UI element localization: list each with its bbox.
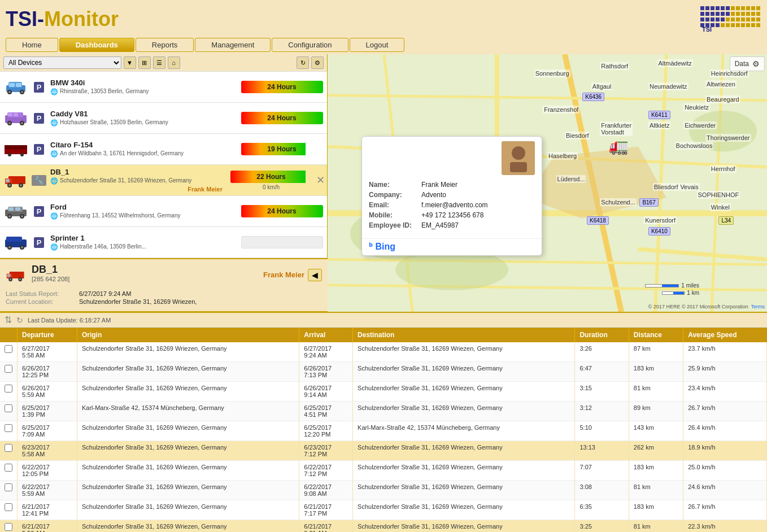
toolbar-btn-refresh[interactable]: ↻ [297, 56, 309, 69]
row-checkbox[interactable] [5, 503, 12, 511]
nav-dashboards[interactable]: Dashboards [59, 38, 134, 52]
road-k6436: K6436 [582, 93, 604, 101]
nav-configuration[interactable]: Configuration [272, 38, 348, 52]
row-checkbox[interactable] [5, 365, 12, 373]
device-info-citaro: Citaro F-154 🌐 An der Wildbahn 3, 16761 … [47, 134, 237, 164]
svg-point-75 [8, 184, 11, 186]
device-p-badge-db1: 🔧 [31, 165, 47, 195]
table-row[interactable]: 6/25/2017 7:09 AM Schulzendorfer Straße … [0, 421, 767, 441]
svg-rect-6 [726, 6, 730, 10]
svg-rect-47 [756, 23, 760, 27]
nav-home[interactable]: Home [6, 38, 58, 52]
device-info-bmw: BMW 340i 🌐 Rhinstraße, 13053 Berlin, Ger… [47, 72, 237, 102]
cell-origin: Schulzendorfer Straße 31, 16269 Wriezen,… [77, 421, 299, 441]
toolbar-btn-down[interactable]: ▼ [124, 56, 136, 69]
svg-rect-3 [711, 6, 714, 10]
cell-origin: Schulzendorfer Straße 31, 16269 Wriezen,… [77, 441, 299, 461]
svg-point-63 [21, 122, 23, 124]
row-checkbox[interactable] [5, 444, 12, 452]
map-truck-icon[interactable]: 🚛 [609, 137, 629, 155]
row-checkbox[interactable] [5, 385, 12, 393]
map-label-herrnhof: Herrnhof [710, 165, 737, 173]
table-row[interactable]: 6/22/2017 12:05 PM Schulzendorfer Straße… [0, 461, 767, 481]
row-checkbox[interactable] [5, 523, 12, 531]
cell-destination: Schulzendorfer Straße 31, 16269 Wriezen,… [353, 441, 575, 461]
toolbar-btn-list[interactable]: ☰ [153, 56, 165, 69]
cell-duration: 5:10 [575, 421, 629, 441]
device-row-bmw[interactable]: P BMW 340i 🌐 Rhinstraße, 13053 Berlin, G… [0, 72, 327, 103]
svg-line-108 [328, 259, 767, 264]
table-row[interactable]: 6/21/2017 5:56 AM Schulzendorfer Straße … [0, 520, 767, 533]
map-copyright: © 2017 HERE © 2017 Microsoft Corporation… [648, 304, 765, 309]
cell-avgspeed: 26.4 km/h [683, 421, 767, 441]
map-label-winkel: Winkel [710, 203, 731, 211]
device-row-caddy[interactable]: P Caddy V81 🌐 Holzhauser Straße, 13509 B… [0, 103, 327, 134]
svg-rect-86 [6, 237, 22, 242]
table-row[interactable]: 6/26/2017 12:25 PM Schulzendorfer Straße… [0, 362, 767, 382]
svg-rect-64 [8, 113, 12, 116]
svg-rect-46 [751, 23, 755, 27]
svg-text:TSI: TSI [702, 26, 712, 33]
map-label-neukietz: Neukietz [683, 103, 710, 111]
svg-rect-43 [736, 23, 740, 27]
device-row-ford[interactable]: P Ford 🌐 Föhrenhang 13, 14552 Wilhelmsho… [0, 196, 327, 227]
table-row[interactable]: 6/25/2017 1:39 PM Karl-Marx-Straße 42, 1… [0, 402, 767, 421]
table-row[interactable]: 6/22/2017 5:59 AM Schulzendorfer Straße … [0, 481, 767, 500]
svg-rect-33 [751, 12, 755, 16]
driver-popup-btn[interactable]: ◀ [308, 269, 322, 281]
device-row-sprinter[interactable]: P Sprinter 1 🌐 Halberstraße 146a, 13509 … [0, 227, 327, 258]
device-list-scroll[interactable]: P BMW 340i 🌐 Rhinstraße, 13053 Berlin, G… [0, 72, 327, 258]
svg-point-69 [20, 153, 24, 156]
device-expand-db1[interactable]: ✕ [316, 165, 327, 195]
trips-table-wrapper[interactable]: Departure Origin Arrival Destination Dur… [0, 328, 767, 532]
svg-rect-24 [741, 6, 745, 10]
device-status-caddy: 24 Hours [237, 103, 327, 133]
nav-management[interactable]: Management [195, 38, 271, 52]
svg-rect-37 [741, 18, 745, 21]
svg-rect-57 [16, 83, 21, 87]
col-distance: Distance [629, 328, 683, 342]
cell-distance: 81 km [629, 520, 683, 533]
data-panel-gear[interactable]: ⚙ [752, 59, 760, 68]
nav-reports[interactable]: Reports [136, 38, 194, 52]
table-row[interactable]: 6/27/2017 5:58 AM Schulzendorfer Straße … [0, 342, 767, 362]
device-p-badge-bmw: P [31, 72, 47, 102]
table-row[interactable]: 6/21/2017 12:41 PM Schulzendorfer Straße… [0, 500, 767, 520]
trips-table: Departure Origin Arrival Destination Dur… [0, 328, 767, 532]
cell-avgspeed: 26.7 km/h [683, 500, 767, 520]
row-checkbox[interactable] [5, 464, 12, 472]
device-row-citaro[interactable]: P Citaro F-154 🌐 An der Wildbahn 3, 1676… [0, 134, 327, 165]
map-area[interactable]: Rathsdorf Altmädewitz Heinrichsdorf Sonn… [328, 54, 767, 312]
col-duration: Duration [575, 328, 629, 342]
cell-duration: 7:07 [575, 461, 629, 481]
road-b167: B167 [639, 198, 658, 207]
refresh-icon[interactable]: ↻ [16, 316, 23, 325]
cell-distance: 183 km [629, 461, 683, 481]
cell-destination: Schulzendorfer Straße 31, 16269 Wriezen,… [353, 461, 575, 481]
map-label-franzenshof: Franzenshof [543, 106, 579, 114]
cell-arrival: 6/23/2017 7:12 PM [299, 441, 353, 461]
table-row[interactable]: 6/23/2017 5:58 AM Schulzendorfer Straße … [0, 441, 767, 461]
col-checkbox [0, 328, 18, 342]
cell-duration: 13:13 [575, 441, 629, 461]
row-checkbox[interactable] [5, 424, 12, 432]
row-checkbox[interactable] [5, 404, 12, 412]
device-filter-select[interactable]: All Devices [3, 56, 121, 69]
map-label-schulzend: Schulzend... [600, 198, 637, 206]
map-label-altgaul: Altgaul [591, 82, 613, 90]
nav-logout[interactable]: Logout [350, 38, 405, 52]
table-row[interactable]: 6/26/2017 5:59 AM Schulzendorfer Straße … [0, 382, 767, 402]
svg-rect-83 [8, 207, 14, 211]
device-row-db1[interactable]: 🔧 DB_1 🌐 Schulzendorfer Straße 31, 16269… [0, 165, 327, 196]
row-checkbox[interactable] [5, 483, 12, 491]
svg-rect-11 [721, 12, 725, 16]
cell-departure: 6/27/2017 5:58 AM [18, 342, 77, 362]
cell-avgspeed: 23.7 km/h [683, 342, 767, 362]
toolbar-btn-settings[interactable]: ⚙ [311, 56, 324, 69]
device-p-badge-sprinter: P [31, 227, 47, 258]
toolbar-btn-home[interactable]: ⌂ [168, 56, 180, 69]
row-checkbox[interactable] [5, 345, 12, 353]
device-status-db1: 22 Hours 0 km/h [226, 165, 316, 195]
svg-rect-14 [705, 18, 709, 21]
toolbar-btn-grid[interactable]: ⊞ [138, 56, 151, 69]
